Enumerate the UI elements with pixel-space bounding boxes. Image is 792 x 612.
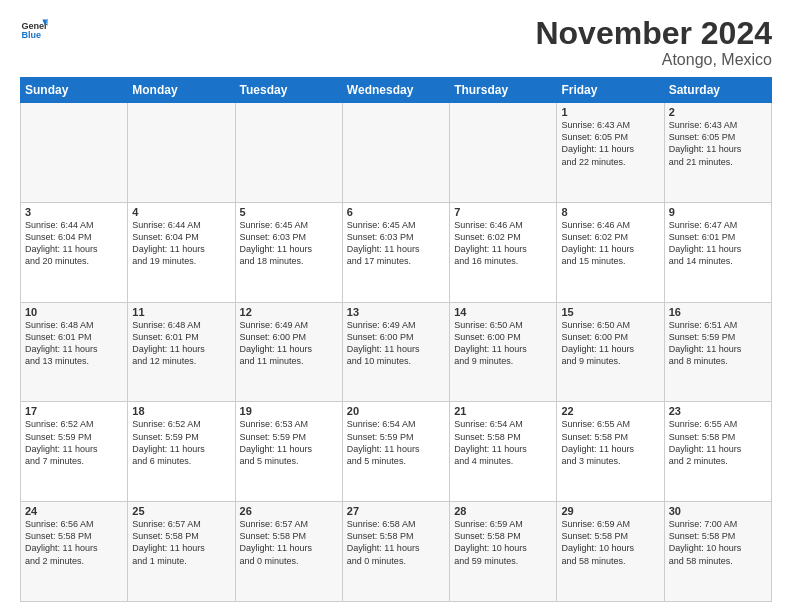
day-info: Sunrise: 6:45 AM Sunset: 6:03 PM Dayligh… [240,219,338,268]
calendar-day: 30Sunrise: 7:00 AM Sunset: 5:58 PM Dayli… [664,502,771,602]
day-number: 22 [561,405,659,417]
calendar-day: 18Sunrise: 6:52 AM Sunset: 5:59 PM Dayli… [128,402,235,502]
day-number: 23 [669,405,767,417]
day-number: 10 [25,306,123,318]
calendar-day: 28Sunrise: 6:59 AM Sunset: 5:58 PM Dayli… [450,502,557,602]
col-sunday: Sunday [21,78,128,103]
day-info: Sunrise: 6:57 AM Sunset: 5:58 PM Dayligh… [240,518,338,567]
day-info: Sunrise: 6:46 AM Sunset: 6:02 PM Dayligh… [561,219,659,268]
day-info: Sunrise: 6:49 AM Sunset: 6:00 PM Dayligh… [240,319,338,368]
calendar-day: 3Sunrise: 6:44 AM Sunset: 6:04 PM Daylig… [21,202,128,302]
calendar-day: 8Sunrise: 6:46 AM Sunset: 6:02 PM Daylig… [557,202,664,302]
day-number: 3 [25,206,123,218]
day-info: Sunrise: 6:44 AM Sunset: 6:04 PM Dayligh… [25,219,123,268]
col-friday: Friday [557,78,664,103]
day-info: Sunrise: 6:54 AM Sunset: 5:58 PM Dayligh… [454,418,552,467]
calendar-day [450,103,557,203]
day-info: Sunrise: 6:52 AM Sunset: 5:59 PM Dayligh… [132,418,230,467]
calendar: Sunday Monday Tuesday Wednesday Thursday… [20,77,772,602]
calendar-week-3: 10Sunrise: 6:48 AM Sunset: 6:01 PM Dayli… [21,302,772,402]
calendar-day [235,103,342,203]
calendar-day: 19Sunrise: 6:53 AM Sunset: 5:59 PM Dayli… [235,402,342,502]
day-info: Sunrise: 6:53 AM Sunset: 5:59 PM Dayligh… [240,418,338,467]
day-info: Sunrise: 6:58 AM Sunset: 5:58 PM Dayligh… [347,518,445,567]
day-number: 30 [669,505,767,517]
calendar-day: 11Sunrise: 6:48 AM Sunset: 6:01 PM Dayli… [128,302,235,402]
col-thursday: Thursday [450,78,557,103]
calendar-day: 24Sunrise: 6:56 AM Sunset: 5:58 PM Dayli… [21,502,128,602]
day-info: Sunrise: 6:56 AM Sunset: 5:58 PM Dayligh… [25,518,123,567]
calendar-day [21,103,128,203]
day-info: Sunrise: 6:51 AM Sunset: 5:59 PM Dayligh… [669,319,767,368]
day-number: 18 [132,405,230,417]
calendar-day: 1Sunrise: 6:43 AM Sunset: 6:05 PM Daylig… [557,103,664,203]
col-saturday: Saturday [664,78,771,103]
day-info: Sunrise: 6:49 AM Sunset: 6:00 PM Dayligh… [347,319,445,368]
calendar-day: 4Sunrise: 6:44 AM Sunset: 6:04 PM Daylig… [128,202,235,302]
day-number: 20 [347,405,445,417]
day-number: 24 [25,505,123,517]
day-info: Sunrise: 6:50 AM Sunset: 6:00 PM Dayligh… [454,319,552,368]
calendar-day: 27Sunrise: 6:58 AM Sunset: 5:58 PM Dayli… [342,502,449,602]
svg-text:Blue: Blue [21,30,41,40]
day-info: Sunrise: 6:43 AM Sunset: 6:05 PM Dayligh… [561,119,659,168]
logo-icon: General Blue [20,16,48,44]
calendar-day: 29Sunrise: 6:59 AM Sunset: 5:58 PM Dayli… [557,502,664,602]
day-number: 12 [240,306,338,318]
col-monday: Monday [128,78,235,103]
calendar-day: 22Sunrise: 6:55 AM Sunset: 5:58 PM Dayli… [557,402,664,502]
day-number: 28 [454,505,552,517]
day-number: 4 [132,206,230,218]
day-number: 2 [669,106,767,118]
day-number: 6 [347,206,445,218]
day-info: Sunrise: 6:55 AM Sunset: 5:58 PM Dayligh… [669,418,767,467]
calendar-header-row: Sunday Monday Tuesday Wednesday Thursday… [21,78,772,103]
day-info: Sunrise: 6:57 AM Sunset: 5:58 PM Dayligh… [132,518,230,567]
col-tuesday: Tuesday [235,78,342,103]
day-info: Sunrise: 6:52 AM Sunset: 5:59 PM Dayligh… [25,418,123,467]
day-info: Sunrise: 6:46 AM Sunset: 6:02 PM Dayligh… [454,219,552,268]
calendar-day: 17Sunrise: 6:52 AM Sunset: 5:59 PM Dayli… [21,402,128,502]
calendar-day: 25Sunrise: 6:57 AM Sunset: 5:58 PM Dayli… [128,502,235,602]
month-title: November 2024 [535,16,772,51]
day-number: 14 [454,306,552,318]
calendar-week-5: 24Sunrise: 6:56 AM Sunset: 5:58 PM Dayli… [21,502,772,602]
day-info: Sunrise: 6:48 AM Sunset: 6:01 PM Dayligh… [25,319,123,368]
day-info: Sunrise: 6:50 AM Sunset: 6:00 PM Dayligh… [561,319,659,368]
day-number: 5 [240,206,338,218]
calendar-day: 26Sunrise: 6:57 AM Sunset: 5:58 PM Dayli… [235,502,342,602]
day-number: 17 [25,405,123,417]
day-info: Sunrise: 6:45 AM Sunset: 6:03 PM Dayligh… [347,219,445,268]
day-info: Sunrise: 6:59 AM Sunset: 5:58 PM Dayligh… [561,518,659,567]
calendar-day: 6Sunrise: 6:45 AM Sunset: 6:03 PM Daylig… [342,202,449,302]
day-number: 27 [347,505,445,517]
day-number: 16 [669,306,767,318]
calendar-day: 2Sunrise: 6:43 AM Sunset: 6:05 PM Daylig… [664,103,771,203]
calendar-day: 21Sunrise: 6:54 AM Sunset: 5:58 PM Dayli… [450,402,557,502]
day-number: 15 [561,306,659,318]
day-info: Sunrise: 6:54 AM Sunset: 5:59 PM Dayligh… [347,418,445,467]
day-number: 13 [347,306,445,318]
logo: General Blue [20,16,48,44]
calendar-day: 12Sunrise: 6:49 AM Sunset: 6:00 PM Dayli… [235,302,342,402]
day-number: 29 [561,505,659,517]
calendar-day: 5Sunrise: 6:45 AM Sunset: 6:03 PM Daylig… [235,202,342,302]
day-info: Sunrise: 6:47 AM Sunset: 6:01 PM Dayligh… [669,219,767,268]
day-info: Sunrise: 6:55 AM Sunset: 5:58 PM Dayligh… [561,418,659,467]
calendar-day: 23Sunrise: 6:55 AM Sunset: 5:58 PM Dayli… [664,402,771,502]
calendar-day: 7Sunrise: 6:46 AM Sunset: 6:02 PM Daylig… [450,202,557,302]
day-number: 19 [240,405,338,417]
calendar-day: 9Sunrise: 6:47 AM Sunset: 6:01 PM Daylig… [664,202,771,302]
calendar-day: 16Sunrise: 6:51 AM Sunset: 5:59 PM Dayli… [664,302,771,402]
calendar-day [128,103,235,203]
day-number: 26 [240,505,338,517]
calendar-week-4: 17Sunrise: 6:52 AM Sunset: 5:59 PM Dayli… [21,402,772,502]
page: General Blue November 2024 Atongo, Mexic… [0,0,792,612]
calendar-day [342,103,449,203]
calendar-week-1: 1Sunrise: 6:43 AM Sunset: 6:05 PM Daylig… [21,103,772,203]
calendar-day: 15Sunrise: 6:50 AM Sunset: 6:00 PM Dayli… [557,302,664,402]
col-wednesday: Wednesday [342,78,449,103]
day-info: Sunrise: 7:00 AM Sunset: 5:58 PM Dayligh… [669,518,767,567]
day-number: 7 [454,206,552,218]
day-number: 21 [454,405,552,417]
